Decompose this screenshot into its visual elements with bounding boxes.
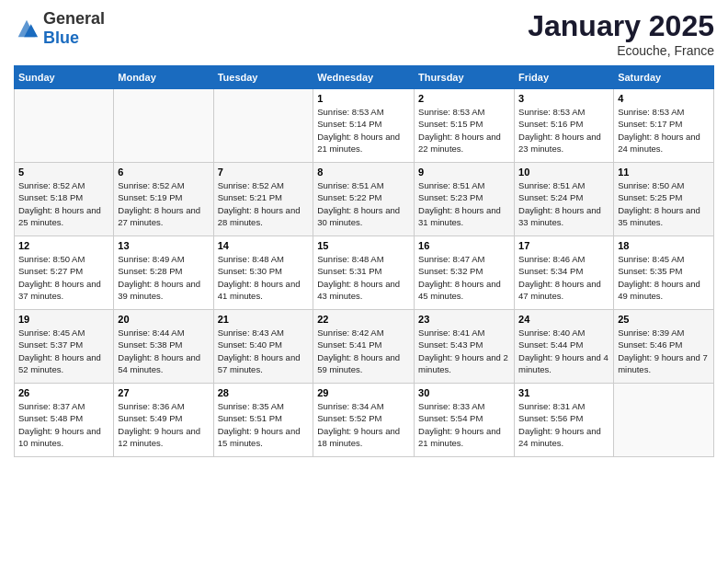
day-number: 25: [618, 314, 710, 325]
table-row: 22Sunrise: 8:42 AM Sunset: 5:41 PM Dayli…: [313, 310, 415, 384]
calendar-week-row: 19Sunrise: 8:45 AM Sunset: 5:37 PM Dayli…: [15, 310, 714, 384]
day-info: Sunrise: 8:52 AM Sunset: 5:18 PM Dayligh…: [18, 179, 109, 228]
day-info: Sunrise: 8:53 AM Sunset: 5:16 PM Dayligh…: [518, 106, 609, 155]
day-number: 6: [118, 167, 209, 178]
day-number: 26: [18, 387, 109, 398]
location: Ecouche, France: [528, 43, 714, 58]
day-info: Sunrise: 8:46 AM Sunset: 5:34 PM Dayligh…: [518, 253, 609, 302]
calendar-week-row: 5Sunrise: 8:52 AM Sunset: 5:18 PM Daylig…: [15, 163, 714, 236]
day-number: 10: [518, 167, 609, 178]
day-info: Sunrise: 8:53 AM Sunset: 5:15 PM Dayligh…: [418, 106, 510, 155]
calendar-table: Sunday Monday Tuesday Wednesday Thursday…: [14, 65, 714, 457]
header-friday: Friday: [515, 66, 614, 89]
day-info: Sunrise: 8:31 AM Sunset: 5:56 PM Dayligh…: [518, 400, 609, 449]
table-row: 29Sunrise: 8:34 AM Sunset: 5:52 PM Dayli…: [313, 384, 415, 457]
day-info: Sunrise: 8:42 AM Sunset: 5:41 PM Dayligh…: [317, 327, 410, 375]
table-row: 3Sunrise: 8:53 AM Sunset: 5:16 PM Daylig…: [515, 89, 614, 163]
day-number: 5: [18, 167, 109, 178]
table-row: 25Sunrise: 8:39 AM Sunset: 5:46 PM Dayli…: [614, 310, 714, 384]
day-number: 9: [418, 167, 510, 178]
table-row: 31Sunrise: 8:31 AM Sunset: 5:56 PM Dayli…: [515, 384, 614, 457]
header-wednesday: Wednesday: [313, 66, 415, 89]
day-number: 7: [218, 167, 310, 178]
day-number: 30: [418, 387, 510, 398]
header-saturday: Saturday: [614, 66, 714, 89]
day-info: Sunrise: 8:40 AM Sunset: 5:44 PM Dayligh…: [518, 327, 609, 375]
day-info: Sunrise: 8:45 AM Sunset: 5:35 PM Dayligh…: [618, 253, 710, 302]
day-info: Sunrise: 8:43 AM Sunset: 5:40 PM Dayligh…: [218, 327, 310, 375]
day-number: 4: [618, 93, 710, 104]
table-row: 9Sunrise: 8:51 AM Sunset: 5:23 PM Daylig…: [415, 163, 515, 236]
header-thursday: Thursday: [415, 66, 515, 89]
table-row: 20Sunrise: 8:44 AM Sunset: 5:38 PM Dayli…: [114, 310, 213, 384]
day-info: Sunrise: 8:52 AM Sunset: 5:21 PM Dayligh…: [218, 179, 310, 228]
table-row: [614, 384, 714, 457]
day-number: 12: [18, 240, 109, 251]
day-number: 16: [418, 240, 510, 251]
day-number: 8: [317, 167, 410, 178]
table-row: [15, 89, 114, 163]
day-info: Sunrise: 8:41 AM Sunset: 5:43 PM Dayligh…: [418, 327, 510, 375]
day-number: 31: [518, 387, 609, 398]
day-number: 11: [618, 167, 710, 178]
day-info: Sunrise: 8:44 AM Sunset: 5:38 PM Dayligh…: [118, 327, 209, 375]
day-number: 23: [418, 314, 510, 325]
table-row: 14Sunrise: 8:48 AM Sunset: 5:30 PM Dayli…: [213, 236, 313, 310]
day-number: 20: [118, 314, 209, 325]
day-info: Sunrise: 8:33 AM Sunset: 5:54 PM Dayligh…: [418, 400, 510, 449]
table-row: 23Sunrise: 8:41 AM Sunset: 5:43 PM Dayli…: [415, 310, 515, 384]
logo-text: General Blue: [43, 9, 105, 48]
table-row: 28Sunrise: 8:35 AM Sunset: 5:51 PM Dayli…: [213, 384, 313, 457]
table-row: 11Sunrise: 8:50 AM Sunset: 5:25 PM Dayli…: [614, 163, 714, 236]
month-title: January 2025: [528, 9, 714, 43]
header-tuesday: Tuesday: [213, 66, 313, 89]
day-number: 19: [18, 314, 109, 325]
logo-icon: [14, 16, 40, 41]
day-number: 27: [118, 387, 209, 398]
day-info: Sunrise: 8:36 AM Sunset: 5:49 PM Dayligh…: [118, 400, 209, 449]
table-row: 17Sunrise: 8:46 AM Sunset: 5:34 PM Dayli…: [515, 236, 614, 310]
table-row: 12Sunrise: 8:50 AM Sunset: 5:27 PM Dayli…: [15, 236, 114, 310]
day-number: 2: [418, 93, 510, 104]
header-monday: Monday: [114, 66, 213, 89]
table-row: 7Sunrise: 8:52 AM Sunset: 5:21 PM Daylig…: [213, 163, 313, 236]
day-info: Sunrise: 8:52 AM Sunset: 5:19 PM Dayligh…: [118, 179, 209, 228]
logo-blue: Blue: [43, 29, 79, 47]
day-info: Sunrise: 8:35 AM Sunset: 5:51 PM Dayligh…: [218, 400, 310, 449]
day-number: 22: [317, 314, 410, 325]
table-row: 30Sunrise: 8:33 AM Sunset: 5:54 PM Dayli…: [415, 384, 515, 457]
logo: General Blue: [14, 9, 105, 48]
day-info: Sunrise: 8:51 AM Sunset: 5:23 PM Dayligh…: [418, 179, 510, 228]
table-row: 2Sunrise: 8:53 AM Sunset: 5:15 PM Daylig…: [415, 89, 515, 163]
table-row: 4Sunrise: 8:53 AM Sunset: 5:17 PM Daylig…: [614, 89, 714, 163]
day-number: 15: [317, 240, 410, 251]
day-number: 1: [317, 93, 410, 104]
title-block: January 2025 Ecouche, France: [528, 9, 714, 58]
table-row: 21Sunrise: 8:43 AM Sunset: 5:40 PM Dayli…: [213, 310, 313, 384]
calendar-week-row: 1Sunrise: 8:53 AM Sunset: 5:14 PM Daylig…: [15, 89, 714, 163]
table-row: [114, 89, 213, 163]
day-info: Sunrise: 8:50 AM Sunset: 5:27 PM Dayligh…: [18, 253, 109, 302]
day-info: Sunrise: 8:51 AM Sunset: 5:22 PM Dayligh…: [317, 179, 410, 228]
calendar-week-row: 26Sunrise: 8:37 AM Sunset: 5:48 PM Dayli…: [15, 384, 714, 457]
header-sunday: Sunday: [15, 66, 114, 89]
table-row: 18Sunrise: 8:45 AM Sunset: 5:35 PM Dayli…: [614, 236, 714, 310]
table-row: 6Sunrise: 8:52 AM Sunset: 5:19 PM Daylig…: [114, 163, 213, 236]
page-container: General Blue January 2025 Ecouche, Franc…: [0, 0, 728, 466]
day-info: Sunrise: 8:37 AM Sunset: 5:48 PM Dayligh…: [18, 400, 109, 449]
day-number: 28: [218, 387, 310, 398]
table-row: 24Sunrise: 8:40 AM Sunset: 5:44 PM Dayli…: [515, 310, 614, 384]
day-number: 13: [118, 240, 209, 251]
table-row: 19Sunrise: 8:45 AM Sunset: 5:37 PM Dayli…: [15, 310, 114, 384]
day-info: Sunrise: 8:34 AM Sunset: 5:52 PM Dayligh…: [317, 400, 410, 449]
day-info: Sunrise: 8:39 AM Sunset: 5:46 PM Dayligh…: [618, 327, 710, 375]
table-row: 26Sunrise: 8:37 AM Sunset: 5:48 PM Dayli…: [15, 384, 114, 457]
table-row: 15Sunrise: 8:48 AM Sunset: 5:31 PM Dayli…: [313, 236, 415, 310]
day-info: Sunrise: 8:48 AM Sunset: 5:30 PM Dayligh…: [218, 253, 310, 302]
day-info: Sunrise: 8:53 AM Sunset: 5:17 PM Dayligh…: [618, 106, 710, 155]
table-row: 8Sunrise: 8:51 AM Sunset: 5:22 PM Daylig…: [313, 163, 415, 236]
day-number: 24: [518, 314, 609, 325]
weekday-header-row: Sunday Monday Tuesday Wednesday Thursday…: [15, 66, 714, 89]
table-row: [213, 89, 313, 163]
table-row: 13Sunrise: 8:49 AM Sunset: 5:28 PM Dayli…: [114, 236, 213, 310]
